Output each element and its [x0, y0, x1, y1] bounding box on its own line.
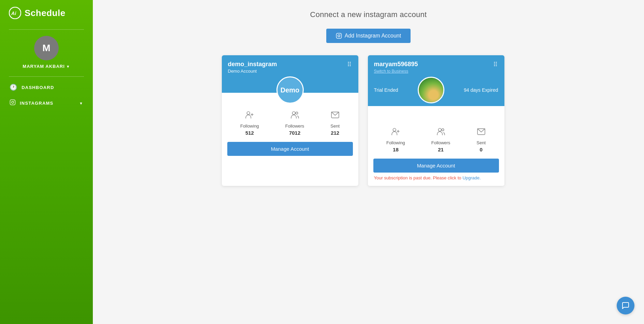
avatar: M — [34, 36, 59, 60]
stat-sent-demo: Sent 212 — [330, 111, 340, 136]
user-name[interactable]: MARYAM AKBARI ▼ — [23, 64, 70, 69]
card-avatar-demo: Demo — [276, 76, 304, 104]
card-header-top-demo: demo_instagram Demo Account ⠿ — [228, 61, 352, 74]
svg-point-8 — [247, 112, 250, 115]
chat-icon — [621, 301, 630, 310]
followers-label-maryam: Followers — [431, 140, 450, 145]
subscription-warning-text: Your subscription is past due. Please cl… — [374, 175, 461, 180]
sidebar-nav: 🕐 DASHBOARD INSTAGRAMS ▼ — [0, 79, 93, 111]
svg-point-14 — [393, 128, 396, 131]
svg-point-3 — [12, 101, 14, 103]
card-avatar-wrap-demo: Demo — [228, 74, 352, 90]
accounts-container: demo_instagram Demo Account ⠿ Demo — [222, 55, 515, 186]
stat-followers-maryam: Followers 21 — [431, 127, 450, 152]
card-account-info-demo: demo_instagram Demo Account — [228, 61, 277, 74]
switch-to-business-link[interactable]: Switch to Business — [374, 69, 409, 74]
followers-icon-demo — [290, 111, 299, 121]
svg-rect-5 — [336, 33, 341, 39]
svg-point-7 — [340, 34, 341, 35]
upgrade-link[interactable]: Upgrade. — [462, 175, 481, 180]
dashboard-icon: 🕐 — [10, 84, 17, 91]
sent-value-demo: 212 — [331, 130, 339, 136]
sidebar-item-label-instagrams: INSTAGRAMS — [20, 101, 53, 106]
trial-days-label: 94 days Expired — [464, 87, 498, 93]
followers-label-demo: Followers — [285, 123, 304, 129]
page-title: Connect a new instagram account — [310, 10, 427, 19]
add-instagram-button[interactable]: Add Instagram Account — [326, 29, 411, 43]
trial-ended-label: Trial Ended — [374, 87, 398, 93]
svg-point-18 — [442, 129, 444, 131]
card-username-demo: demo_instagram — [228, 61, 277, 68]
avatar-initial: M — [42, 43, 50, 54]
stat-sent-maryam: Sent 0 — [476, 127, 486, 152]
main-content: Connect a new instagram account Add Inst… — [93, 0, 644, 324]
svg-point-4 — [14, 101, 14, 101]
account-card-demo: demo_instagram Demo Account ⠿ Demo — [222, 55, 358, 186]
sidebar-item-instagrams[interactable]: INSTAGRAMS ▼ — [0, 95, 93, 111]
card-trial-row: Trial Ended 94 days Expired — [374, 74, 498, 106]
card-account-info-maryam: maryam596895 Switch to Business — [374, 61, 418, 74]
sidebar-item-dashboard[interactable]: 🕐 DASHBOARD — [0, 79, 93, 95]
svg-point-6 — [338, 35, 340, 37]
card-header-top-maryam: maryam596895 Switch to Business ⠿ — [374, 61, 498, 74]
sent-icon-maryam — [477, 127, 486, 138]
following-icon-maryam — [391, 127, 400, 138]
card-stats-demo: Following 512 Followers — [227, 111, 353, 136]
subscription-warning: Your subscription is past due. Please cl… — [373, 175, 499, 180]
manage-account-btn-maryam[interactable]: Manage Account — [373, 159, 499, 173]
svg-rect-2 — [10, 100, 15, 105]
card-header-demo: demo_instagram Demo Account ⠿ Demo — [222, 55, 358, 93]
sidebar-item-label-dashboard: DASHBOARD — [22, 85, 54, 90]
card-stats-maryam: Following 18 Followers — [373, 127, 499, 152]
add-instagram-btn-icon — [336, 33, 342, 39]
manage-account-btn-demo[interactable]: Manage Account — [227, 142, 353, 156]
sent-value-maryam: 0 — [480, 147, 482, 152]
add-instagram-btn-label: Add Instagram Account — [345, 33, 401, 39]
svg-point-11 — [292, 112, 295, 115]
following-label-maryam: Following — [386, 140, 405, 145]
card-menu-dots-demo[interactable]: ⠿ — [347, 61, 352, 68]
following-label-demo: Following — [240, 123, 259, 129]
following-icon-demo — [245, 111, 254, 121]
app-logo-text: Schedule — [25, 8, 66, 18]
sent-label-maryam: Sent — [476, 140, 486, 145]
account-card-maryam: maryam596895 Switch to Business ⠿ Trial … — [368, 55, 504, 186]
svg-point-17 — [438, 128, 441, 131]
instagrams-arrow-icon: ▼ — [79, 101, 83, 105]
sidebar-divider-bottom — [9, 76, 84, 77]
card-subtitle-demo: Demo Account — [228, 69, 277, 74]
sidebar: Ai Schedule M MARYAM AKBARI ▼ 🕐 DASHBOAR… — [0, 0, 93, 324]
app-logo: Ai Schedule — [0, 6, 93, 20]
followers-value-maryam: 21 — [438, 147, 444, 152]
sent-label-demo: Sent — [330, 123, 340, 129]
card-avatar-text-demo: Demo — [281, 86, 300, 94]
sidebar-divider-top — [9, 29, 84, 30]
following-value-maryam: 18 — [393, 147, 399, 152]
svg-point-12 — [296, 112, 298, 114]
stat-following-maryam: Following 18 — [386, 127, 405, 152]
card-body-maryam: Following 18 Followers — [368, 106, 504, 186]
followers-value-demo: 7012 — [289, 130, 300, 136]
card-header-maryam: maryam596895 Switch to Business ⠿ Trial … — [368, 55, 504, 106]
instagram-icon — [10, 99, 16, 107]
card-menu-dots-maryam[interactable]: ⠿ — [493, 61, 498, 68]
logo-icon: Ai — [8, 6, 22, 20]
sent-icon-demo — [331, 111, 340, 121]
stat-followers-demo: Followers 7012 — [285, 111, 304, 136]
user-menu-chevron: ▼ — [66, 64, 70, 69]
chat-button[interactable] — [617, 297, 634, 314]
followers-icon-maryam — [437, 127, 445, 138]
card-username-maryam: maryam596895 — [374, 61, 418, 68]
stat-following-demo: Following 512 — [240, 111, 259, 136]
svg-text:Ai: Ai — [11, 11, 17, 16]
card-avatar-maryam — [418, 77, 444, 103]
following-value-demo: 512 — [245, 130, 254, 136]
